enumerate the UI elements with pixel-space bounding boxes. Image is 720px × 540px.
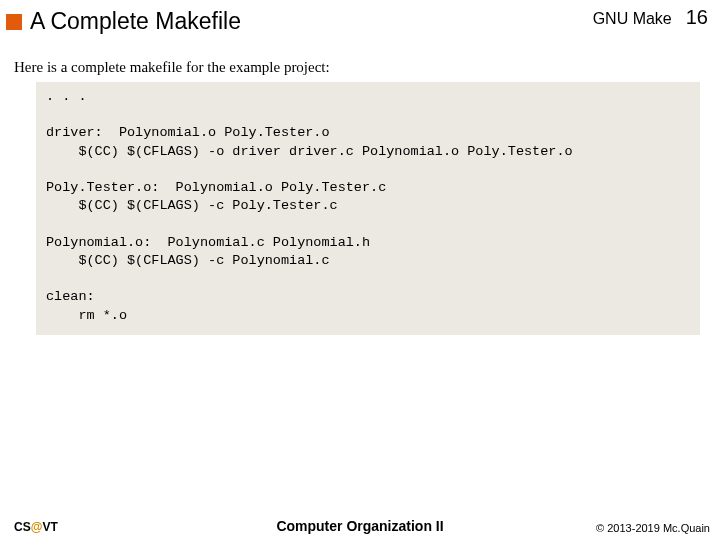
footer-at: @ [31, 520, 43, 534]
page-number: 16 [686, 6, 708, 29]
footer-left: CS@VT [14, 520, 58, 534]
slide-title: A Complete Makefile [30, 8, 241, 35]
intro-text: Here is a complete makefile for the exam… [14, 59, 720, 76]
footer-center: Computer Organization II [276, 518, 443, 534]
slide-footer: CS@VT Computer Organization II © 2013-20… [0, 520, 720, 534]
header-right: GNU Make 16 [593, 6, 708, 29]
footer-right: © 2013-2019 Mc.Quain [596, 522, 710, 534]
header-topic: GNU Make [593, 10, 672, 28]
bullet-icon [6, 14, 22, 30]
footer-vt: VT [42, 520, 57, 534]
footer-cs: CS [14, 520, 31, 534]
slide-header: A Complete Makefile GNU Make 16 [0, 0, 720, 41]
makefile-code: . . . driver: Polynomial.o Poly.Tester.o… [36, 82, 700, 335]
